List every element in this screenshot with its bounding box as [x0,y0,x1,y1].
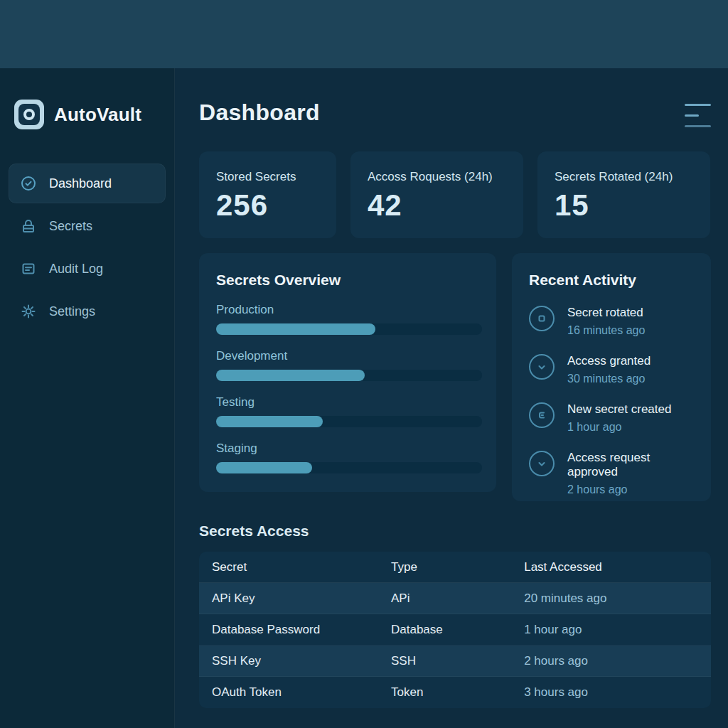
table-row[interactable]: APi Key APi 20 minutes ago [199,583,711,614]
app-title: AutoVault [54,104,141,126]
table-row[interactable]: SSH Key SSH 2 hours ago [199,646,711,677]
cell-secret: APi Key [199,592,378,606]
progress-group-testing: Testing [216,395,479,427]
activity-title: Secret rotated [567,306,645,320]
new-secret-icon [529,402,555,428]
activity-item: Access request approved 2 hours ago [529,451,694,496]
cell-type: SSH [378,654,511,668]
stat-label: Stored Secrets [216,170,319,184]
activity-title: Access request approved [567,451,694,479]
activity-item: New secret created 1 hour ago [529,402,694,434]
stat-value: 15 [555,188,693,223]
column-header-last-accessed: Last Accessed [511,560,711,574]
progress-label: Staging [216,441,479,456]
table-header-row: Secret Type Last Accessed [199,552,711,583]
recent-activity-card: Recent Activity Secret rotated 16 minute… [512,253,711,501]
cell-last-accessed: 20 minutes ago [511,592,711,606]
activity-time: 2 hours ago [567,483,694,496]
activity-item: Secret rotated 16 minutes ago [529,306,694,337]
app-shell: AutoVault Dashboard Secrets [0,68,728,728]
sidebar-nav: Dashboard Secrets Audit Log [9,164,166,334]
rotate-secret-icon [529,306,555,331]
middle-row: Secrets Overview Production Development … [199,253,711,501]
check-circle-icon [20,175,37,192]
cell-type: Token [378,685,511,700]
stat-card-secrets-rotated: Secrets Rotated (24h) 15 [537,151,710,238]
progress-group-development: Development [216,349,479,381]
gear-icon [20,303,37,320]
progress-track [216,462,482,473]
sidebar-item-label: Secrets [49,219,92,234]
progress-label: Testing [216,395,479,410]
check-circle-icon [529,451,555,476]
progress-fill [216,323,375,335]
activity-item: Access granted 30 minutes ago [529,354,694,385]
lock-icon [20,218,37,235]
brand: AutoVault [9,100,166,129]
stat-value: 42 [368,188,506,223]
column-header-secret: Secret [199,560,378,574]
stat-label: Accoss Roquests (24h) [368,170,506,184]
sidebar-item-settings[interactable]: Settings [9,291,166,331]
progress-fill [216,416,323,427]
sidebar: AutoVault Dashboard Secrets [0,68,175,728]
sidebar-item-secrets[interactable]: Secrets [9,206,166,246]
check-circle-icon [529,354,555,380]
activity-title: New secret created [567,402,671,417]
progress-label: Production [216,303,479,317]
cell-type: APi [378,592,511,606]
stat-card-stored-secrets: Stored Secrets 256 [199,151,336,238]
cell-last-accessed: 2 hours ago [511,654,711,668]
progress-fill [216,370,365,381]
activity-time: 30 minutes ago [567,373,651,385]
progress-track [216,416,482,427]
card-title: Secrets Overview [216,272,479,289]
sidebar-item-label: Dashboard [49,176,112,191]
cell-secret: SSH Key [199,654,378,668]
cell-last-accessed: 3 hours ago [511,685,711,700]
hamburger-menu-icon[interactable] [685,100,711,127]
card-title: Recent Activity [529,272,694,289]
progress-track [216,323,482,335]
sidebar-item-label: Audit Log [49,262,103,277]
progress-group-staging: Staging [216,441,479,473]
stat-cards: Stored Secrets 256 Accoss Roquests (24h)… [199,151,711,238]
sidebar-item-label: Settings [49,304,95,319]
column-header-type: Type [378,560,511,574]
progress-fill [216,462,312,473]
table-row[interactable]: OAuth Token Token 3 hours ago [199,677,711,708]
vault-logo-icon [14,100,44,129]
document-icon [20,260,37,277]
main-content: Dashboard Stored Secrets 256 Accoss Roqu… [175,68,728,728]
cell-secret: Database Password [199,623,378,637]
secrets-access-table: Secret Type Last Accessed APi Key APi 20… [199,552,711,708]
stat-label: Secrets Rotated (24h) [555,170,693,184]
activity-title: Access granted [567,354,651,368]
activity-time: 1 hour ago [567,421,671,434]
activity-time: 16 minutes ago [567,324,645,337]
sidebar-item-audit-log[interactable]: Audit Log [9,249,166,289]
progress-group-production: Production [216,303,479,335]
secrets-access-heading: Secrets Access [199,523,711,540]
stat-value: 256 [216,188,319,223]
table-row[interactable]: Database Password Database 1 hour ago [199,614,711,646]
cell-secret: OAuth Token [199,685,378,700]
cell-last-accessed: 1 hour ago [511,623,711,637]
sidebar-item-dashboard[interactable]: Dashboard [9,164,166,203]
stat-card-access-requests: Accoss Roquests (24h) 42 [350,151,523,238]
progress-track [216,370,482,381]
page-header: Dashboard [199,100,711,127]
page-title: Dashboard [199,100,320,126]
progress-label: Development [216,349,479,363]
top-strip [0,0,728,68]
cell-type: Database [378,623,511,637]
secrets-overview-card: Secrets Overview Production Development … [199,253,496,492]
